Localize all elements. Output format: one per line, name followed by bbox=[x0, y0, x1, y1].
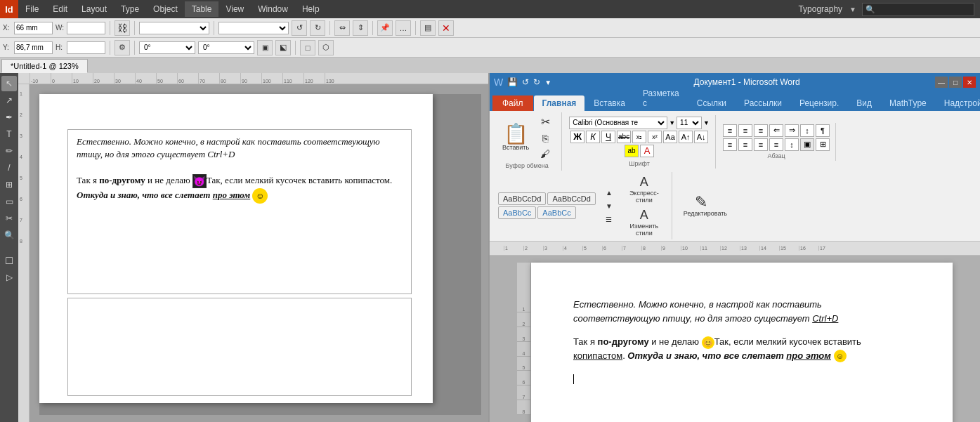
multilevel-button[interactable]: ≡ bbox=[754, 124, 768, 137]
flip-h-btn[interactable]: ⇔ bbox=[334, 20, 350, 36]
numbering-button[interactable]: ≡ bbox=[738, 124, 752, 137]
redo-icon[interactable]: ↻ bbox=[533, 77, 540, 87]
constraint-icon[interactable]: ⛓ bbox=[115, 20, 130, 36]
cross-icon[interactable]: ✕ bbox=[438, 20, 454, 36]
tab-home[interactable]: Главная bbox=[534, 95, 585, 111]
show-formatting-button[interactable]: ¶ bbox=[816, 124, 830, 137]
menu-view[interactable]: View bbox=[218, 1, 251, 17]
tool-c[interactable]: □ bbox=[300, 40, 315, 55]
menu-file[interactable]: File bbox=[18, 1, 46, 17]
underline-button[interactable]: Ч bbox=[601, 131, 615, 143]
menu-table[interactable]: Table bbox=[185, 1, 219, 17]
borders-button[interactable]: ⊞ bbox=[816, 138, 830, 151]
rect-tool[interactable]: ▭ bbox=[1, 194, 17, 209]
select-tool[interactable]: ↖ bbox=[1, 76, 17, 91]
decrease-indent-button[interactable]: ⇐ bbox=[769, 124, 783, 137]
maximize-button[interactable]: □ bbox=[949, 77, 962, 88]
more-btn[interactable]: … bbox=[396, 20, 411, 36]
align-left-btn[interactable]: ▤ bbox=[420, 20, 436, 36]
undo-icon[interactable]: ↺ bbox=[522, 77, 529, 87]
menu-edit[interactable]: Edit bbox=[46, 1, 74, 17]
pin-btn[interactable]: 📌 bbox=[377, 20, 393, 36]
highlight-button[interactable]: ab bbox=[625, 145, 639, 157]
tab-view[interactable]: Вид bbox=[848, 95, 880, 111]
tab-file[interactable]: Файл bbox=[492, 95, 533, 111]
search-box[interactable]: 🔍 bbox=[862, 3, 974, 16]
flip-v-btn[interactable]: ⇕ bbox=[353, 20, 368, 36]
line-spacing-button[interactable]: ↕ bbox=[785, 138, 799, 151]
sort-button[interactable]: ↕ bbox=[800, 124, 814, 137]
doc-tab[interactable]: *Untitled-1 @ 123% bbox=[1, 59, 88, 73]
tab-refs[interactable]: Ссылки bbox=[688, 95, 735, 111]
angle-dropdown[interactable]: 0° bbox=[139, 41, 195, 54]
tab-mathtype[interactable]: MathType bbox=[881, 95, 935, 111]
font-color-button[interactable]: А bbox=[640, 145, 654, 157]
shrink-font-button[interactable]: A↓ bbox=[694, 131, 708, 143]
copy-button[interactable]: ⎘ bbox=[535, 131, 556, 145]
style-dropdown[interactable] bbox=[139, 22, 209, 34]
close-button[interactable]: ✕ bbox=[963, 77, 976, 88]
shading-button[interactable]: ▣ bbox=[800, 138, 814, 151]
tab-insert[interactable]: Вставка bbox=[585, 95, 634, 111]
fill-box[interactable]: □ bbox=[1, 253, 17, 268]
styles-scroll-up[interactable]: ▲ bbox=[599, 187, 620, 198]
settings-btn[interactable]: ⚙ bbox=[115, 40, 130, 55]
id-text-frame-2[interactable] bbox=[67, 298, 412, 396]
cut-button[interactable]: ✂ bbox=[535, 114, 556, 130]
styles-more[interactable]: ☰ bbox=[599, 214, 620, 225]
style-dropdown-2[interactable] bbox=[218, 22, 289, 34]
style-h2-btn[interactable]: AaBbCc bbox=[537, 206, 575, 219]
bold-button[interactable]: Ж bbox=[570, 131, 584, 143]
type-tool[interactable]: T bbox=[1, 126, 17, 142]
rect-frame-tool[interactable]: ⊞ bbox=[1, 177, 17, 192]
font-size-arrow[interactable]: ▼ bbox=[703, 119, 710, 126]
align-center-button[interactable]: ≡ bbox=[738, 138, 752, 151]
w-input[interactable] bbox=[67, 22, 105, 34]
format-painter-button[interactable]: 🖌 bbox=[535, 147, 556, 161]
word-page[interactable]: Естественно. Можно конечно, в настрой ка… bbox=[531, 263, 953, 422]
tab-review[interactable]: Рецензир. bbox=[791, 95, 847, 111]
word-cursor-line[interactable] bbox=[573, 372, 910, 386]
style-h1-btn[interactable]: AaBbCc bbox=[498, 206, 536, 219]
style-normal-btn[interactable]: AaBbCcDd bbox=[498, 192, 546, 205]
typography-dropdown-icon[interactable]: ▼ bbox=[849, 6, 856, 13]
align-right-button[interactable]: ≡ bbox=[754, 138, 768, 151]
id-text-frame-1[interactable]: Естественно. Можно конечно, в настрой ка… bbox=[67, 129, 412, 294]
grow-font-button[interactable]: A↑ bbox=[679, 131, 693, 143]
rotate-cw-btn[interactable]: ↻ bbox=[310, 20, 325, 36]
preview-btn[interactable]: ▷ bbox=[1, 270, 17, 285]
shear-dropdown[interactable]: 0° bbox=[198, 41, 254, 54]
express-styles-button[interactable]: A Экспресс-стили bbox=[622, 173, 666, 205]
pencil-tool[interactable]: ✏ bbox=[1, 143, 17, 159]
superscript-button[interactable]: х² bbox=[648, 131, 662, 143]
h-input[interactable] bbox=[67, 41, 105, 54]
line-tool[interactable]: / bbox=[1, 160, 17, 176]
align-left-button[interactable]: ≡ bbox=[723, 138, 737, 151]
menu-window[interactable]: Window bbox=[251, 1, 295, 17]
menu-help[interactable]: Help bbox=[295, 1, 327, 17]
tool-b[interactable]: ⬕ bbox=[275, 40, 291, 55]
font-size-dropdown[interactable]: 11 bbox=[677, 117, 702, 129]
menu-type[interactable]: Type bbox=[114, 1, 146, 17]
paste-button[interactable]: 📋 Вставить bbox=[498, 123, 533, 152]
subscript-button[interactable]: х₂ bbox=[632, 131, 646, 143]
font-name-dropdown[interactable]: Calibri (Основная те bbox=[569, 117, 667, 129]
tool-a[interactable]: ▣ bbox=[257, 40, 273, 55]
minimize-button[interactable]: — bbox=[935, 77, 948, 88]
y-input[interactable] bbox=[14, 41, 53, 54]
direct-select-tool[interactable]: ↗ bbox=[1, 93, 17, 108]
strikethrough-button[interactable]: abc bbox=[617, 131, 631, 143]
align-justify-button[interactable]: ≡ bbox=[769, 138, 783, 151]
tab-addins[interactable]: Надстройки bbox=[936, 95, 980, 111]
increase-indent-button[interactable]: ⇒ bbox=[785, 124, 799, 137]
tool-d[interactable]: ⬡ bbox=[318, 40, 334, 55]
customize-icon[interactable]: ▼ bbox=[544, 79, 551, 86]
change-styles-button[interactable]: A Изменить стили bbox=[622, 206, 666, 238]
x-input[interactable] bbox=[14, 22, 53, 34]
styles-scroll-down[interactable]: ▼ bbox=[599, 201, 620, 211]
menu-layout[interactable]: Layout bbox=[74, 1, 114, 17]
pen-tool[interactable]: ✒ bbox=[1, 110, 17, 125]
save-icon[interactable]: 💾 bbox=[507, 77, 518, 87]
scissors-tool[interactable]: ✂ bbox=[1, 211, 17, 226]
clear-format-button[interactable]: Aa bbox=[663, 131, 677, 143]
